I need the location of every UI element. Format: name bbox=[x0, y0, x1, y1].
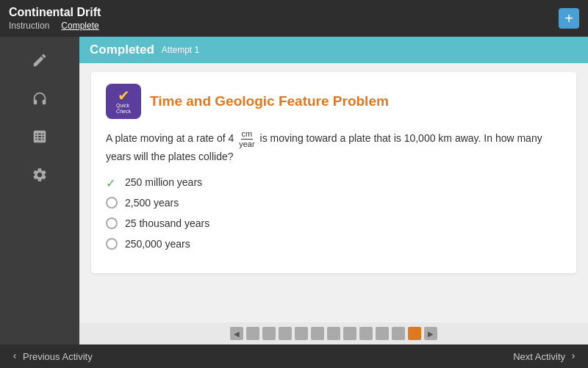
page-dot-3[interactable] bbox=[279, 327, 292, 340]
plus-button[interactable]: + bbox=[559, 8, 579, 29]
next-label: Next Activity bbox=[513, 351, 565, 362]
previous-activity-button[interactable]: Previous Activity bbox=[10, 351, 93, 362]
next-arrow-icon bbox=[569, 352, 578, 361]
sidebar-icon-pencil[interactable] bbox=[26, 47, 53, 73]
sidebar-icon-calculator[interactable] bbox=[26, 123, 53, 150]
option-label-2: 2,500 years bbox=[125, 197, 179, 209]
quick-check-label: QuickCheck bbox=[116, 103, 131, 115]
app-title: Continental Drift bbox=[9, 6, 101, 19]
prev-arrow-icon bbox=[10, 352, 19, 361]
option-label-4: 250,000 years bbox=[125, 238, 190, 250]
attempt-text: Attempt 1 bbox=[162, 45, 199, 55]
page-dot-6[interactable] bbox=[327, 327, 340, 340]
tab-complete[interactable]: Complete bbox=[61, 21, 98, 31]
page-dot-2[interactable] bbox=[262, 327, 276, 340]
check-symbol: ✔ bbox=[118, 88, 130, 103]
main-content: Completed Attempt 1 ✔ QuickCheck Time an… bbox=[79, 37, 588, 368]
top-bar: Continental Drift Instruction Complete + bbox=[0, 0, 588, 37]
page-dot-8[interactable] bbox=[359, 327, 373, 340]
pagination-next-arrow[interactable]: ▶ bbox=[424, 327, 437, 340]
option-label-3: 25 thousand years bbox=[125, 217, 209, 229]
pagination-bar: ◀ ▶ bbox=[79, 322, 588, 344]
sidebar bbox=[0, 37, 79, 368]
title-area: Continental Drift Instruction Complete bbox=[9, 6, 101, 31]
radio-circle-3 bbox=[106, 217, 118, 229]
page-dot-10[interactable] bbox=[392, 327, 405, 340]
answer-option-3[interactable]: 25 thousand years bbox=[106, 217, 562, 229]
card-title: Time and Geologic Feature Problem bbox=[150, 93, 389, 109]
radio-circle-2 bbox=[106, 197, 118, 209]
completed-text: Completed bbox=[90, 43, 154, 57]
page-dot-9[interactable] bbox=[376, 327, 389, 340]
footer-bar: Previous Activity Next Activity bbox=[0, 344, 588, 368]
answer-option-1[interactable]: ✓ 250 million years bbox=[106, 176, 562, 188]
page-dot-7[interactable] bbox=[343, 327, 356, 340]
nav-tabs: Instruction Complete bbox=[9, 21, 101, 31]
radio-circle-4 bbox=[106, 238, 118, 250]
question-text: A plate moving at a rate of 4 cm year is… bbox=[106, 129, 562, 165]
sidebar-icon-settings[interactable] bbox=[26, 162, 53, 188]
previous-label: Previous Activity bbox=[23, 351, 93, 362]
fraction-denominator: year bbox=[238, 140, 255, 149]
tab-instruction[interactable]: Instruction bbox=[9, 21, 49, 31]
page-dot-11[interactable] bbox=[408, 327, 421, 340]
page-dot-1[interactable] bbox=[246, 327, 259, 340]
page-dot-5[interactable] bbox=[311, 327, 324, 340]
question-prefix: A plate moving at a rate of 4 bbox=[106, 132, 234, 144]
card-header: ✔ QuickCheck Time and Geologic Feature P… bbox=[106, 84, 562, 119]
answer-option-4[interactable]: 250,000 years bbox=[106, 238, 562, 250]
fraction-numerator: cm bbox=[241, 129, 254, 140]
option-label-1: 250 million years bbox=[125, 176, 202, 188]
question-card: ✔ QuickCheck Time and Geologic Feature P… bbox=[91, 72, 576, 273]
completed-banner: Completed Attempt 1 bbox=[79, 37, 588, 63]
page-dot-4[interactable] bbox=[295, 327, 308, 340]
sidebar-icon-headphones[interactable] bbox=[26, 85, 53, 112]
quick-check-icon: ✔ QuickCheck bbox=[106, 84, 141, 119]
pagination-prev-arrow[interactable]: ◀ bbox=[230, 327, 243, 340]
correct-check-icon: ✓ bbox=[106, 176, 118, 188]
answer-option-2[interactable]: 2,500 years bbox=[106, 197, 562, 209]
fraction: cm year bbox=[238, 129, 255, 149]
next-activity-button[interactable]: Next Activity bbox=[513, 351, 578, 362]
card-area: ✔ QuickCheck Time and Geologic Feature P… bbox=[79, 63, 588, 356]
